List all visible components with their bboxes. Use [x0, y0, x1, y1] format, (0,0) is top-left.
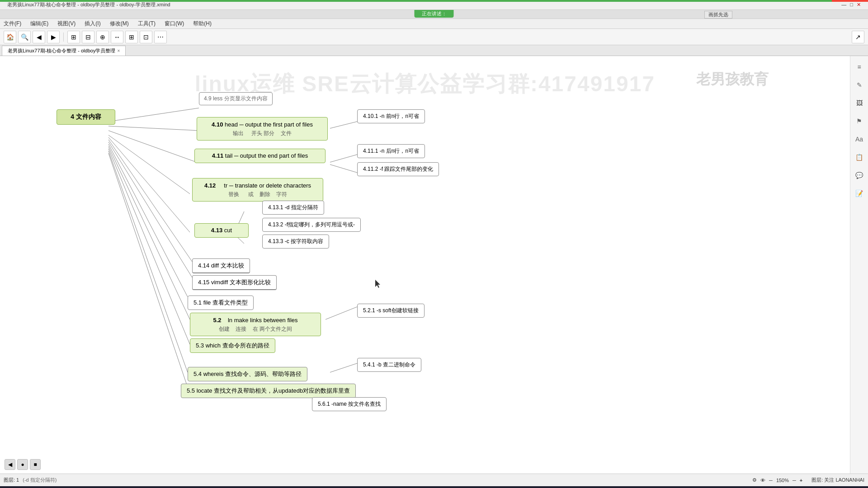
svg-line-0: [108, 108, 199, 122]
svg-line-13: [330, 155, 357, 162]
svg-line-11: [108, 153, 188, 387]
svg-line-14: [330, 164, 357, 173]
toolbar-icon1[interactable]: ⊞: [67, 31, 80, 43]
node-4111[interactable]: 4.11.1 -n 后n行，n可省: [357, 144, 425, 158]
menu-insert[interactable]: 插入(I): [83, 19, 102, 28]
cursor-indicator: [375, 280, 381, 289]
tab-label: 老男孩Linux77期-核心命令整理 - oldboy学员整理: [8, 47, 115, 54]
svg-line-1: [108, 126, 199, 131]
node-429[interactable]: 4.9 less 分页显示文件内容: [199, 92, 273, 105]
main-tab[interactable]: 老男孩Linux77期-核心命令整理 - oldboy学员整理 ×: [2, 46, 126, 56]
recording-label: 正在讲述：: [422, 10, 447, 17]
sidebar-font-icon[interactable]: Aa: [852, 132, 867, 146]
node-412[interactable]: 4.12 tr ─ translate or delete characters…: [192, 178, 323, 202]
prev-btn[interactable]: ◀: [5, 459, 15, 470]
maximize-btn[interactable]: □: [850, 2, 853, 8]
svg-line-12: [330, 122, 357, 128]
node-4132[interactable]: 4.13.2 -f指定哪列，多列可用逗号或-: [262, 218, 361, 232]
node-4112[interactable]: 4.11.2 -f 跟踪文件尾部的变化: [357, 162, 439, 176]
svg-line-9: [108, 149, 190, 344]
svg-line-10: [108, 151, 188, 372]
svg-line-19: [330, 363, 357, 372]
menu-view[interactable]: 视图(V): [56, 19, 77, 28]
node-4101[interactable]: 4.10.1 -n 前n行，n可省: [357, 109, 425, 123]
toolbar: 🏠 🔍 ◀ ▶ ⊞ ⊟ ⊕ ↔ ⊞ ⊡ ⋯ ↗: [0, 29, 868, 45]
right-sidebar: ≡ ✎ 🖼 ⚑ Aa 📋 💬 📝: [850, 56, 868, 474]
menu-bar: 文件(F) 编辑(E) 视图(V) 插入(I) 修改(M) 工具(T) 窗口(W…: [0, 19, 868, 29]
node-413[interactable]: 4.13 cut: [194, 223, 249, 238]
menu-modify[interactable]: 修改(M): [108, 19, 131, 28]
sidebar-flag-icon[interactable]: ⚑: [852, 114, 867, 128]
minimize-btn[interactable]: —: [841, 2, 846, 8]
menu-window[interactable]: 窗口(W): [163, 19, 186, 28]
top-badge-label: 画抓先选: [708, 12, 728, 17]
filter-icon[interactable]: ⚙: [752, 477, 757, 483]
zoom-minus[interactable]: ─: [793, 478, 796, 483]
node-52[interactable]: 5.2 ln make links between files 创建 连接 在 …: [190, 313, 321, 336]
toolbar-icon7[interactable]: ⋯: [154, 31, 167, 43]
node-411[interactable]: 4.11 tail ─ output the end part of files: [194, 149, 326, 163]
float-controls: ◀ ● ■: [5, 459, 41, 470]
node-4131[interactable]: 4.13.1 -d 指定分隔符: [262, 201, 324, 215]
sidebar-comment-icon[interactable]: 💬: [852, 168, 867, 183]
node-561[interactable]: 5.6.1 -name 按文件名查找: [312, 397, 387, 411]
sidebar-note-icon[interactable]: 📝: [852, 186, 867, 201]
sidebar-clipboard-icon[interactable]: 📋: [852, 150, 867, 164]
svg-line-5: [108, 140, 192, 262]
node-file-content[interactable]: 4 文件内容: [57, 109, 115, 125]
status-bar: 图层: 1 (-d 指定分隔符) ⚙ 👁 ─ 150% ─ + 图层: 关注 L…: [0, 474, 868, 486]
toolbar-back[interactable]: ◀: [33, 31, 45, 43]
svg-line-7: [108, 144, 188, 297]
toolbar-search[interactable]: 🔍: [18, 31, 31, 43]
svg-line-6: [108, 142, 192, 277]
sidebar-edit-icon[interactable]: ✎: [852, 78, 867, 92]
stop-btn[interactable]: ■: [30, 459, 41, 470]
sidebar-menu-icon[interactable]: ≡: [852, 60, 867, 74]
toolbar-forward[interactable]: ▶: [47, 31, 60, 43]
tab-bar: 老男孩Linux77期-核心命令整理 - oldboy学员整理 ×: [0, 45, 868, 56]
tab-close[interactable]: ×: [117, 48, 120, 53]
svg-line-8: [108, 146, 190, 319]
node-415[interactable]: 4.15 vimdiff 文本图形化比较: [192, 275, 277, 290]
node-55[interactable]: 5.5 locate 查找文件及帮助相关，从updatedb对应的数据库里查: [181, 384, 356, 398]
view-icon[interactable]: 👁: [760, 478, 765, 483]
record-btn[interactable]: ●: [17, 459, 28, 470]
node-410[interactable]: 4.10 head ─ output the first part of fil…: [197, 117, 328, 141]
node-412-text: 4.12 tr ─ translate or delete characters…: [198, 181, 317, 198]
node-410-text: 4.10 head ─ output the first part of fil…: [203, 120, 322, 137]
canvas[interactable]: linux运维 SRE云计算公益学习群:417491917 老男孩教育: [0, 56, 850, 474]
toolbar-icon5[interactable]: ⊞: [125, 31, 138, 43]
node-54[interactable]: 5.4 whereis 查找命令、源码、帮助等路径: [188, 367, 307, 381]
svg-line-3: [108, 135, 190, 194]
menu-edit[interactable]: 编辑(E): [28, 19, 50, 28]
toolbar-icon6[interactable]: ⊡: [140, 31, 152, 43]
node-53[interactable]: 5.3 which 查命令所在的路径: [190, 338, 275, 353]
node-521[interactable]: 5.2.1 -s soft创建软链接: [357, 304, 425, 318]
toolbar-icon2[interactable]: ⊟: [82, 31, 94, 43]
toolbar-home[interactable]: 🏠: [4, 31, 16, 43]
node-4133[interactable]: 4.13.3 -c 按字符取内容: [262, 235, 329, 249]
node-414[interactable]: 4.14 diff 文本比较: [192, 258, 250, 273]
zoom-plus[interactable]: +: [800, 478, 802, 483]
banner-overlay: linux运维 SRE云计算公益学习群:417491917: [0, 70, 850, 99]
title-text: 老男孩Linux77期-核心命令整理 - oldboy学员整理 - oldboy…: [7, 1, 170, 8]
layer-label: 图层: 1: [4, 477, 19, 483]
svg-marker-20: [375, 280, 380, 288]
toolbar-icon3[interactable]: ⊕: [96, 31, 109, 43]
page-info: 图层: 关注 LAONANHAI: [811, 477, 864, 483]
node-541[interactable]: 5.4.1 -b 查二进制命令: [357, 358, 421, 372]
recording-badge: 正在讲述：: [415, 10, 454, 18]
menu-file[interactable]: 文件(F): [2, 19, 23, 28]
menu-tools[interactable]: 工具(T): [136, 19, 157, 28]
menu-help[interactable]: 帮助(H): [191, 19, 213, 28]
toolbar-share[interactable]: ↗: [852, 31, 864, 43]
watermark-text: 老男孩教育: [696, 71, 769, 87]
main-area: linux运维 SRE云计算公益学习群:417491917 老男孩教育: [0, 56, 868, 474]
toolbar-icon4[interactable]: ↔: [111, 31, 123, 43]
node-51[interactable]: 5.1 file 查看文件类型: [188, 296, 254, 310]
close-btn[interactable]: ✕: [857, 2, 861, 8]
logo-watermark: 老男孩教育: [696, 70, 769, 89]
svg-line-4: [108, 137, 190, 232]
sidebar-image-icon[interactable]: 🖼: [852, 96, 867, 110]
node-52-text: 5.2 ln make links between files 创建 连接 在 …: [196, 316, 315, 333]
